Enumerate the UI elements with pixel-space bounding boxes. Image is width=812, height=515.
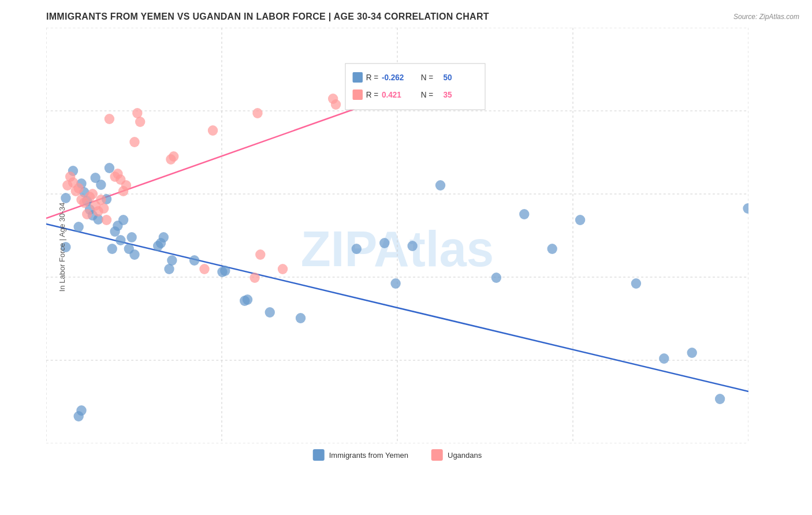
svg-point-66 [715, 394, 725, 404]
svg-point-51 [243, 294, 252, 305]
svg-text:N =: N = [421, 91, 433, 99]
svg-point-63 [631, 278, 641, 289]
svg-point-69 [76, 405, 86, 416]
svg-point-46 [167, 255, 177, 266]
svg-point-96 [169, 151, 178, 162]
legend-item-pink: Ugandans [431, 449, 482, 461]
svg-point-86 [105, 114, 114, 124]
source-label: Source: ZipAtlas.com [733, 13, 799, 21]
svg-text:35: 35 [443, 91, 452, 99]
svg-point-84 [99, 203, 109, 214]
svg-point-75 [73, 183, 83, 193]
svg-point-104 [331, 99, 341, 110]
svg-point-33 [105, 163, 114, 173]
svg-text:N =: N = [421, 73, 433, 82]
svg-point-60 [519, 209, 529, 219]
svg-point-65 [687, 348, 697, 358]
svg-point-21 [61, 193, 70, 203]
svg-rect-106 [345, 64, 485, 110]
svg-point-80 [88, 189, 98, 199]
chart-area: In Labor Force | Age 30-34 ZIPAtlas 100.… [46, 28, 748, 467]
svg-point-37 [116, 235, 125, 245]
svg-text:50: 50 [443, 73, 452, 82]
svg-point-23 [73, 222, 83, 232]
chart-container: IMMIGRANTS FROM YEMEN VS UGANDAN IN LABO… [0, 0, 812, 515]
legend-box-blue [313, 449, 325, 461]
svg-point-99 [249, 273, 259, 283]
svg-point-92 [129, 137, 139, 147]
svg-point-44 [159, 232, 169, 242]
svg-point-40 [126, 232, 136, 242]
svg-point-47 [189, 255, 199, 266]
svg-point-54 [352, 244, 362, 254]
svg-point-56 [390, 278, 400, 289]
scatter-chart: ZIPAtlas 100.0% 85.0% 70.0% 55.0% 25.0% … [46, 28, 748, 443]
svg-text:R =: R = [366, 73, 378, 82]
svg-point-57 [407, 241, 417, 251]
legend-label-blue: Immigrants from Yemen [329, 451, 408, 460]
svg-point-34 [107, 244, 117, 254]
svg-point-53 [296, 313, 306, 323]
svg-text:0.421: 0.421 [382, 91, 401, 99]
svg-point-94 [135, 117, 145, 127]
svg-point-31 [96, 180, 106, 190]
svg-point-98 [208, 125, 218, 136]
svg-point-55 [379, 238, 389, 248]
svg-text:R =: R = [366, 91, 378, 99]
svg-rect-107 [353, 72, 363, 83]
svg-point-49 [220, 266, 230, 276]
svg-point-85 [102, 215, 111, 225]
svg-point-41 [129, 249, 139, 260]
svg-point-100 [252, 108, 262, 118]
svg-point-78 [82, 209, 92, 219]
svg-point-58 [435, 180, 445, 191]
svg-text:-0.262: -0.262 [382, 73, 404, 82]
svg-rect-112 [353, 89, 363, 100]
legend-label-pink: Ugandans [448, 451, 482, 460]
svg-point-91 [121, 180, 131, 191]
svg-point-67 [743, 203, 748, 214]
svg-point-102 [278, 264, 288, 274]
svg-point-52 [265, 307, 275, 318]
svg-point-61 [547, 244, 557, 254]
svg-point-64 [659, 353, 669, 364]
y-axis-label: In Labor Force | Age 30-34 [58, 203, 66, 292]
svg-point-59 [491, 273, 501, 283]
chart-title: IMMIGRANTS FROM YEMEN VS UGANDAN IN LABO… [12, 12, 800, 22]
legend-item-blue: Immigrants from Yemen [313, 449, 408, 461]
svg-point-38 [118, 215, 128, 225]
legend-container: Immigrants from Yemen Ugandans [313, 449, 482, 461]
svg-point-62 [575, 215, 585, 225]
legend-box-pink [431, 449, 443, 461]
svg-point-101 [255, 249, 265, 260]
svg-point-97 [199, 264, 209, 274]
